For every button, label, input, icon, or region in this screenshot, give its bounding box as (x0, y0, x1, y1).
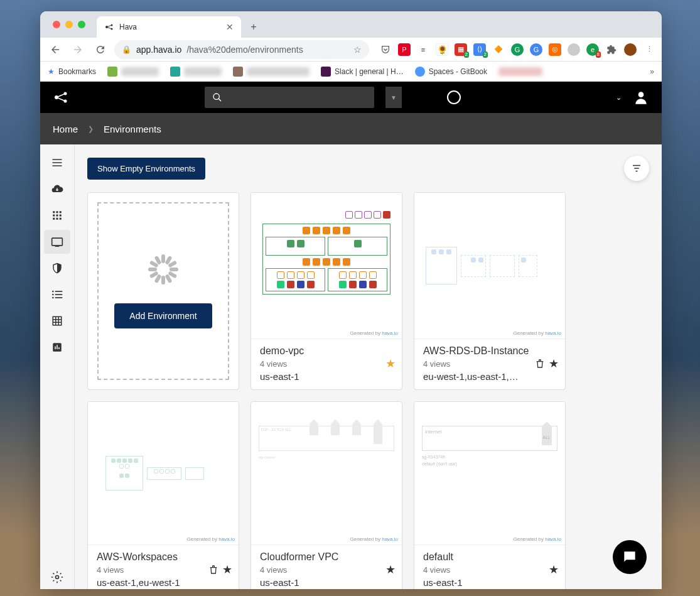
hava-favicon (104, 22, 114, 32)
back-button[interactable] (46, 41, 64, 58)
svg-rect-9 (57, 211, 58, 213)
chevron-right-icon: ❯ (88, 125, 94, 133)
hava-logo[interactable] (53, 89, 69, 106)
card-views: 4 views (423, 565, 556, 575)
rail-apps-icon[interactable] (44, 203, 70, 227)
card-title: demo-vpc (260, 345, 393, 357)
extension-icon-1[interactable]: 🌻 (436, 43, 448, 56)
svg-point-6 (213, 94, 219, 99)
reload-button[interactable] (92, 41, 109, 58)
extension-icon-2[interactable]: ▦2 (455, 43, 467, 56)
environment-card[interactable]: TCP - 22 TCP ALL sg-xxxxxx Generated by … (250, 401, 402, 589)
bookmark-item-blur-3[interactable] (233, 67, 310, 77)
extension-icon-6[interactable]: G (530, 43, 542, 56)
rail-environments-icon[interactable] (44, 230, 70, 254)
environment-card[interactable]: Generated by hava.io AWS-Workspaces 4 vi… (87, 401, 239, 589)
bookmark-item-spaces[interactable]: Spaces - GitBook (415, 67, 487, 77)
card-preview: TCP - 22 TCP ALL sg-xxxxxx Generated by … (251, 402, 402, 545)
svg-point-23 (56, 576, 59, 579)
address-bar[interactable]: 🔒 app.hava.io/hava%20demo/environments ☆ (114, 40, 369, 59)
svg-rect-13 (60, 215, 62, 217)
star-icon[interactable]: ★ (549, 563, 559, 577)
loading-spinner-icon (148, 254, 178, 284)
card-title: AWS-Workspaces (97, 551, 230, 563)
svg-point-20 (52, 297, 54, 299)
extension-icon-7[interactable]: ◎ (549, 43, 561, 56)
svg-rect-17 (52, 238, 63, 246)
bookmark-star-icon[interactable]: ☆ (353, 45, 362, 55)
user-account-icon[interactable] (633, 89, 649, 106)
extension-icon-5[interactable]: G (511, 43, 524, 56)
svg-point-19 (52, 294, 54, 296)
breadcrumb-home[interactable]: Home (53, 124, 78, 134)
close-window-button[interactable] (53, 21, 60, 28)
bookmarks-bar: ★ Bookmarks Slack | general | H… Spaces … (40, 62, 662, 82)
rail-reports-icon[interactable] (44, 335, 70, 359)
browser-tab[interactable]: Hava ✕ (97, 16, 241, 38)
bookmark-item-blur-2[interactable] (170, 67, 222, 77)
maximize-window-button[interactable] (78, 21, 85, 28)
svg-point-18 (52, 291, 54, 293)
url-host: app.hava.io (136, 45, 181, 55)
rail-grid-icon[interactable] (44, 309, 70, 333)
rail-security-icon[interactable] (44, 256, 70, 280)
rail-list-icon[interactable] (44, 283, 70, 306)
environment-card[interactable]: Generated by hava.io AWS-RDS-DB-Instance… (414, 192, 566, 390)
bookmark-item-blur-4[interactable] (498, 67, 542, 76)
search-input[interactable] (205, 87, 374, 108)
card-title: default (423, 551, 556, 563)
star-icon[interactable]: ★ (385, 357, 396, 371)
left-rail (40, 144, 75, 589)
browser-window: Hava ✕ + 🔒 app.hava.io/hava%20demo/envir… (40, 11, 662, 589)
buffer-icon[interactable]: ≡ (417, 43, 429, 56)
new-tab-button[interactable]: + (245, 18, 262, 36)
filter-button[interactable] (624, 156, 649, 181)
profile-avatar[interactable] (624, 43, 637, 56)
card-region: us-east-1 (260, 577, 393, 588)
rail-settings-icon[interactable] (44, 565, 70, 589)
card-title: AWS-RDS-DB-Instance (423, 345, 556, 357)
add-environment-button[interactable]: Add Environment (114, 303, 212, 328)
star-icon[interactable]: ★ (385, 563, 396, 577)
forward-button[interactable] (69, 41, 87, 58)
close-tab-icon[interactable]: ✕ (226, 22, 234, 32)
svg-rect-11 (53, 215, 55, 217)
star-icon[interactable]: ★ (222, 563, 232, 577)
browser-menu-icon[interactable]: ⋮ (643, 43, 655, 56)
show-empty-button[interactable]: Show Empty Environments (87, 158, 205, 180)
card-views: 4 views (260, 359, 393, 369)
chat-button[interactable] (613, 540, 647, 574)
pocket-icon[interactable] (379, 43, 392, 56)
trash-icon[interactable] (208, 564, 218, 575)
svg-rect-21 (53, 317, 62, 325)
star-icon[interactable]: ★ (549, 357, 559, 371)
add-environment-card[interactable]: Add Environment (87, 192, 239, 390)
bookmark-item-slack[interactable]: Slack | general | H… (321, 67, 404, 77)
pinterest-icon[interactable]: P (398, 43, 411, 56)
extension-icon-9[interactable]: e8 (586, 43, 599, 56)
url-path: /hava%20demo/environments (186, 45, 303, 55)
main-content: Show Empty Environments Add Environment (75, 144, 662, 589)
environment-card[interactable]: Generated by hava.io demo-vpc 4 views us… (250, 192, 402, 390)
bookmarks-overflow-icon[interactable]: » (650, 67, 654, 76)
extension-icon-8[interactable] (568, 43, 580, 56)
extension-icon-3[interactable]: ⟨⟩2 (473, 43, 486, 56)
help-button[interactable]: ? (447, 90, 461, 104)
card-preview: internet ALL sg-9343749 default (don't u… (414, 402, 565, 545)
card-region: us-east-1 (260, 371, 393, 382)
lock-icon: 🔒 (122, 45, 131, 54)
rail-cloud-download-icon[interactable] (44, 177, 70, 201)
bookmarks-label[interactable]: ★ Bookmarks (48, 67, 96, 76)
environment-card[interactable]: internet ALL sg-9343749 default (don't u… (414, 401, 566, 589)
chevron-down-icon[interactable]: ⌄ (616, 94, 622, 102)
bookmark-item-blur-1[interactable] (107, 67, 159, 77)
search-dropdown[interactable]: ▼ (385, 87, 402, 108)
trash-icon[interactable] (535, 358, 545, 369)
extension-icon-4[interactable]: 🔶 (492, 43, 505, 56)
svg-rect-12 (57, 215, 58, 217)
minimize-window-button[interactable] (65, 21, 73, 28)
svg-rect-10 (60, 211, 62, 213)
rail-menu-icon[interactable] (44, 151, 70, 175)
extensions-menu-icon[interactable] (605, 43, 618, 56)
svg-rect-16 (60, 218, 62, 220)
